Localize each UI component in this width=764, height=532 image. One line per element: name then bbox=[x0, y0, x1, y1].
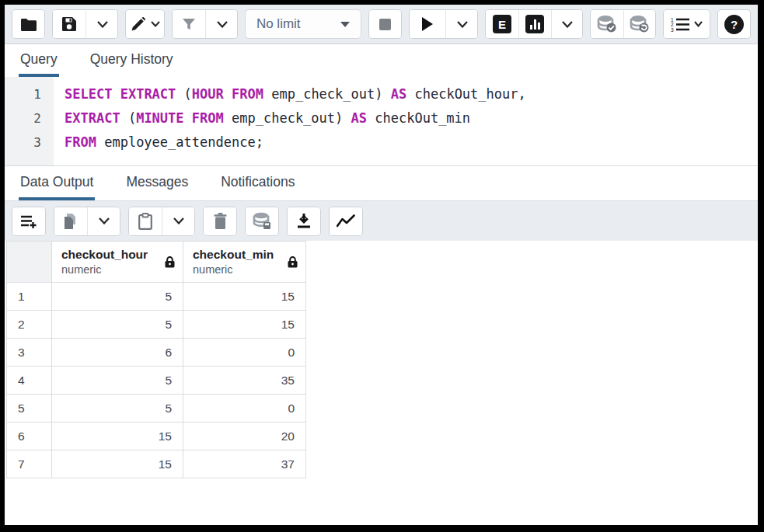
row-number-cell[interactable]: 2 bbox=[7, 311, 52, 339]
data-cell[interactable]: 15 bbox=[183, 311, 306, 339]
column-name: checkout_min bbox=[193, 247, 274, 263]
data-cell[interactable]: 5 bbox=[52, 283, 183, 311]
stop-group bbox=[368, 9, 402, 39]
data-cell[interactable]: 0 bbox=[183, 339, 306, 367]
chevron-down-icon bbox=[173, 217, 184, 224]
transaction-group bbox=[590, 9, 656, 39]
sql-editor[interactable]: 123 SELECT EXTRACT (HOUR FROM emp_check_… bbox=[5, 77, 758, 165]
tab-messages[interactable]: Messages bbox=[124, 166, 190, 200]
save-data-changes-button[interactable] bbox=[246, 207, 278, 235]
execute-dropdown-button[interactable] bbox=[445, 10, 478, 38]
column-header-checkout-hour[interactable]: checkout_hour numeric bbox=[52, 242, 183, 283]
download-group bbox=[287, 207, 321, 236]
column-header-checkout-min[interactable]: checkout_min numeric bbox=[183, 242, 306, 283]
row-number-cell[interactable]: 7 bbox=[7, 450, 52, 478]
sql-code-area[interactable]: SELECT EXTRACT (HOUR FROM emp_check_out)… bbox=[54, 77, 758, 165]
copy-dropdown-button[interactable] bbox=[87, 207, 120, 235]
corner-cell[interactable] bbox=[7, 242, 52, 283]
filter-dropdown-button[interactable] bbox=[205, 10, 238, 38]
line-number-gutter: 123 bbox=[5, 77, 54, 165]
data-cell[interactable]: 15 bbox=[52, 422, 183, 450]
data-cell[interactable]: 5 bbox=[52, 311, 183, 339]
tab-query-history[interactable]: Query History bbox=[89, 44, 175, 77]
column-name: checkout_hour bbox=[61, 247, 148, 263]
data-cell[interactable]: 0 bbox=[183, 395, 306, 422]
chevron-down-icon bbox=[340, 22, 350, 27]
help-button[interactable]: ? bbox=[718, 10, 751, 38]
folder-icon bbox=[20, 18, 37, 31]
tab-notifications[interactable]: Notifications bbox=[219, 166, 296, 200]
filter-group bbox=[172, 9, 238, 39]
explain-analyze-icon bbox=[525, 15, 544, 33]
pgadmin-query-tool: No limit E bbox=[5, 5, 758, 525]
explain-dropdown-button[interactable] bbox=[551, 10, 583, 38]
data-cell[interactable]: 6 bbox=[52, 339, 183, 367]
table-row: 61520 bbox=[7, 422, 306, 450]
sql-line[interactable]: SELECT EXTRACT (HOUR FROM emp_check_out)… bbox=[65, 82, 758, 106]
help-icon: ? bbox=[724, 15, 744, 34]
data-cell[interactable]: 35 bbox=[183, 367, 306, 395]
row-limit-dropdown[interactable]: No limit bbox=[245, 9, 361, 39]
results-table: checkout_hour numeric checkout_min bbox=[6, 241, 306, 478]
graph-visualiser-button[interactable] bbox=[330, 207, 362, 235]
paste-dropdown-button[interactable] bbox=[162, 207, 194, 235]
macro-button[interactable]: 123 bbox=[664, 10, 710, 38]
data-cell[interactable]: 20 bbox=[183, 422, 306, 450]
save-button[interactable] bbox=[53, 10, 85, 38]
output-tabbar: Data Output Messages Notifications bbox=[5, 165, 758, 200]
data-cell[interactable]: 5 bbox=[52, 395, 183, 422]
data-cell[interactable]: 15 bbox=[52, 450, 183, 478]
chevron-down-icon bbox=[97, 21, 108, 28]
edit-group bbox=[125, 9, 165, 39]
graph-group bbox=[329, 207, 363, 236]
database-save-icon bbox=[253, 212, 271, 230]
row-number-cell[interactable]: 4 bbox=[7, 367, 52, 395]
download-button[interactable] bbox=[288, 207, 320, 235]
edit-button[interactable] bbox=[126, 10, 164, 38]
tab-query[interactable]: Query bbox=[19, 44, 59, 77]
help-group: ? bbox=[717, 9, 751, 39]
data-cell[interactable]: 15 bbox=[183, 283, 306, 311]
table-row: 2515 bbox=[7, 311, 306, 339]
data-cell[interactable]: 37 bbox=[183, 450, 306, 478]
line-number: 3 bbox=[5, 130, 54, 155]
rollback-button[interactable] bbox=[623, 10, 656, 38]
execute-group bbox=[409, 9, 478, 39]
trash-icon bbox=[214, 213, 227, 229]
sql-line[interactable]: EXTRACT (MINUTE FROM emp_check_out) AS c… bbox=[65, 106, 758, 130]
copy-button[interactable] bbox=[54, 207, 87, 235]
add-row-button[interactable] bbox=[12, 207, 45, 235]
table-row: 360 bbox=[7, 339, 306, 367]
table-row: 4535 bbox=[7, 367, 306, 395]
row-number-cell[interactable]: 1 bbox=[7, 283, 52, 311]
filter-button[interactable] bbox=[173, 10, 205, 38]
stop-button[interactable] bbox=[369, 10, 402, 38]
column-type: numeric bbox=[193, 263, 274, 276]
explain-icon: E bbox=[493, 15, 511, 33]
chevron-down-icon bbox=[457, 21, 468, 28]
editor-tabbar: Query Query History bbox=[5, 44, 758, 77]
data-cell[interactable]: 5 bbox=[52, 367, 183, 395]
delete-row-button[interactable] bbox=[204, 207, 236, 235]
tab-data-output[interactable]: Data Output bbox=[19, 166, 95, 200]
explain-group: E bbox=[485, 9, 583, 39]
svg-text:3: 3 bbox=[671, 27, 674, 33]
row-number-cell[interactable]: 3 bbox=[7, 339, 52, 367]
save-group bbox=[52, 9, 118, 39]
row-number-cell[interactable]: 5 bbox=[7, 395, 52, 422]
row-number-cell[interactable]: 6 bbox=[7, 422, 52, 450]
open-file-group bbox=[12, 9, 45, 39]
chevron-down-icon bbox=[151, 21, 160, 27]
save-dropdown-button[interactable] bbox=[85, 10, 118, 38]
commit-button[interactable] bbox=[591, 10, 623, 38]
explain-analyze-button[interactable] bbox=[518, 10, 551, 38]
paste-button[interactable] bbox=[129, 207, 162, 235]
table-row: 1515 bbox=[7, 283, 306, 311]
open-file-button[interactable] bbox=[12, 10, 45, 38]
delete-group bbox=[203, 207, 237, 236]
line-number: 2 bbox=[5, 106, 54, 130]
screenshot-frame: No limit E bbox=[0, 0, 764, 532]
execute-button[interactable] bbox=[410, 10, 445, 38]
explain-button[interactable]: E bbox=[486, 10, 518, 38]
sql-line[interactable]: FROM employee_attendence; bbox=[65, 130, 758, 155]
